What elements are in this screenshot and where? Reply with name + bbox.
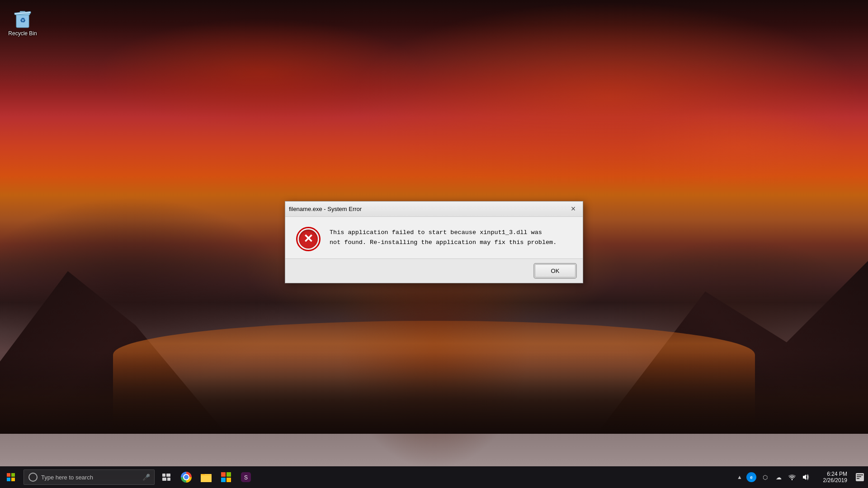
tray-volume-icon[interactable] [799, 471, 812, 483]
clock-date: 2/26/2019 [823, 477, 847, 483]
clock-time: 6:24 PM [827, 471, 847, 477]
svg-rect-5 [162, 474, 165, 477]
cloud-icon: ☁ [776, 474, 782, 481]
taskbar: Type here to search 🎤 [0, 466, 868, 488]
svg-rect-13 [221, 478, 226, 482]
tray-edge-icon[interactable]: e [745, 471, 758, 483]
taskbar-slack[interactable]: S [236, 466, 256, 488]
taskbar-clock[interactable]: 6:24 PM 2/26/2019 [816, 466, 852, 488]
tray-dropbox-icon[interactable]: ⬡ [759, 471, 771, 483]
error-icon: ✕ [296, 227, 321, 251]
dialog-close-button[interactable]: × [567, 203, 579, 215]
edge-globe-icon: e [746, 472, 756, 482]
dialog-body: ✕ This application failed to start becau… [285, 217, 583, 258]
dialog-footer: OK [285, 258, 583, 283]
taskbar-pinned-apps: S [176, 466, 731, 488]
notification-icon [856, 473, 864, 481]
ok-button[interactable]: OK [535, 264, 576, 277]
task-view-icon [162, 474, 170, 481]
volume-icon [802, 474, 809, 481]
dropbox-icon: ⬡ [763, 474, 768, 481]
taskbar-ms-store[interactable] [216, 466, 236, 488]
svg-rect-12 [226, 472, 231, 477]
dialog-message: This application failed to start because… [330, 226, 557, 247]
svg-rect-10 [201, 475, 212, 482]
svg-rect-18 [857, 474, 863, 475]
system-error-dialog: filename.exe - System Error × ✕ This app… [285, 201, 583, 283]
svg-text:S: S [244, 474, 248, 481]
svg-rect-7 [162, 478, 166, 481]
svg-rect-6 [166, 474, 170, 477]
search-icon [28, 473, 38, 482]
tray-wifi-icon[interactable] [786, 471, 798, 483]
tray-cloud-icon[interactable]: ☁ [772, 471, 785, 483]
search-placeholder-text: Type here to search [41, 474, 142, 481]
taskbar-search-box[interactable]: Type here to search 🎤 [24, 469, 155, 485]
tray-overflow-button[interactable]: ▲ [735, 471, 744, 483]
chrome-icon [181, 472, 192, 483]
system-tray: ▲ e ⬡ ☁ [731, 471, 816, 483]
taskbar-file-explorer[interactable] [196, 466, 216, 488]
file-explorer-icon [201, 472, 212, 482]
dialog-titlebar: filename.exe - System Error × [285, 202, 583, 217]
svg-rect-14 [226, 478, 231, 482]
recycle-bin-icon[interactable]: ♻ Recycle Bin [5, 5, 41, 40]
notification-center-button[interactable] [852, 466, 868, 488]
task-view-button[interactable] [156, 466, 176, 488]
dialog-title: filename.exe - System Error [289, 206, 567, 212]
svg-rect-19 [857, 476, 861, 477]
windows-logo-icon [7, 473, 15, 481]
svg-rect-11 [221, 472, 226, 477]
svg-rect-20 [857, 478, 859, 479]
taskbar-chrome[interactable] [176, 466, 196, 488]
recycle-bin-label: Recycle Bin [8, 30, 37, 38]
start-button[interactable] [0, 466, 22, 488]
svg-rect-8 [167, 478, 170, 481]
slack-icon: S [241, 472, 251, 482]
desktop: ♻ Recycle Bin filename.exe - System Erro… [0, 0, 868, 488]
error-icon-inner: ✕ [299, 230, 318, 249]
svg-text:♻: ♻ [20, 17, 26, 24]
store-icon [221, 472, 231, 482]
error-x-symbol: ✕ [303, 233, 313, 244]
wifi-icon [788, 474, 796, 480]
foreground [0, 352, 868, 434]
recycle-bin-svg: ♻ [12, 7, 33, 28]
microphone-icon[interactable]: 🎤 [142, 474, 150, 481]
